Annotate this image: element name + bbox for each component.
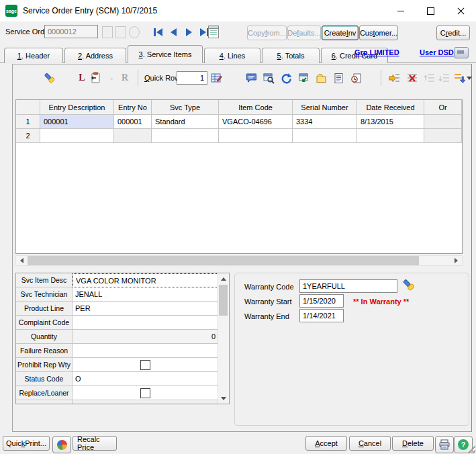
warranty-start-input[interactable]	[299, 294, 344, 308]
insert-row-icon[interactable]	[387, 71, 402, 85]
tab-lines[interactable]: 4. Lines	[204, 48, 260, 63]
grid-edit-icon[interactable]	[209, 71, 224, 85]
recalc-price-button[interactable]: Recalc Price	[73, 436, 117, 451]
tab-service-items[interactable]: 3. Service Items	[128, 45, 203, 63]
tab-header[interactable]: 1. Header	[4, 48, 63, 63]
close-button[interactable]	[446, 0, 476, 21]
copy-from-button: Copy from...	[247, 26, 287, 40]
complaint-code-value[interactable]	[73, 316, 218, 330]
cell-date-received[interactable]: 8/13/2015	[357, 115, 424, 129]
row-number: 1	[16, 115, 40, 129]
quantity-label: Quantity	[16, 330, 73, 344]
scroll-left-arrow[interactable]	[16, 256, 28, 265]
status-code-label: Status Code	[16, 372, 73, 386]
grid-horizontal-scrollbar[interactable]	[15, 255, 463, 266]
complaint-code-label: Complaint Code	[16, 316, 73, 330]
cell-entry-description[interactable]: 000001	[40, 115, 114, 129]
maximize-button[interactable]	[416, 0, 446, 21]
cell-or	[424, 115, 462, 129]
home-folder-icon[interactable]	[314, 71, 328, 85]
paste-clipboard-icon[interactable]	[88, 71, 103, 85]
grid-row-2[interactable]: 2	[16, 129, 462, 143]
list-item: Prohibit Rep Wty	[16, 358, 229, 372]
grid-header-row: Entry Description Entry No Svc Type Item…	[16, 100, 462, 115]
credit-button[interactable]: Credit...	[436, 26, 470, 40]
warranty-end-input[interactable]	[299, 309, 344, 322]
service-order-input[interactable]	[44, 25, 98, 38]
previous-record-button[interactable]	[166, 26, 180, 39]
failure-reason-value[interactable]	[73, 344, 218, 358]
svc-item-desc-value[interactable]: VGA COLOR MONITOR	[73, 273, 218, 287]
comment-icon[interactable]	[244, 71, 258, 85]
svc-item-desc-label: Svc Item Desc	[16, 273, 73, 287]
print-button[interactable]	[435, 436, 454, 453]
quantity-value[interactable]: 0	[73, 330, 218, 344]
cell-entry-description[interactable]	[40, 129, 114, 143]
user-link[interactable]: User DSD	[420, 48, 454, 56]
first-record-button[interactable]	[151, 26, 164, 39]
cell-serial-number[interactable]: 3334	[293, 115, 357, 129]
cell-item-code[interactable]	[219, 129, 293, 143]
scrollbar-thumb[interactable]	[219, 285, 228, 316]
delete-button[interactable]: Delete	[392, 436, 434, 451]
prohibit-rep-wty-checkbox[interactable]	[140, 360, 150, 370]
cell-serial-number[interactable]	[293, 129, 357, 143]
maximize-icon	[427, 7, 434, 15]
service-order-entry-window: sage Service Order Entry (SCM) 10/7/2015…	[0, 0, 476, 454]
replace-loaner-checkbox[interactable]	[140, 388, 150, 398]
status-code-value[interactable]: O	[73, 372, 218, 386]
warranty-start-label: Warranty Start	[244, 298, 292, 306]
cell-date-received[interactable]	[357, 129, 424, 143]
svc-technician-value[interactable]: JENALL	[73, 287, 218, 302]
in-warranty-status: ** In Warranty **	[353, 298, 409, 306]
zoom-window-icon[interactable]	[261, 71, 276, 85]
cell-entry-no[interactable]: 000001	[114, 115, 152, 129]
next-record-button[interactable]	[182, 26, 195, 39]
group-link[interactable]: Grp LIMITED	[354, 48, 399, 56]
cell-svc-type[interactable]: Standard	[152, 115, 219, 129]
reset-rows-icon[interactable]	[452, 71, 467, 85]
quick-row-input[interactable]	[177, 71, 207, 85]
text-memo-icon[interactable]	[331, 71, 346, 85]
left-justify-button[interactable]: L	[75, 71, 89, 85]
delete-row-icon[interactable]	[405, 71, 420, 85]
col-svc-type: Svc Type	[152, 100, 219, 115]
quick-print-button[interactable]: Quick Print...	[3, 436, 50, 451]
cancel-button[interactable]: Cancel	[349, 436, 391, 451]
help-icon: ?	[458, 439, 469, 450]
next-record-icon	[186, 28, 192, 36]
warranty-code-input[interactable]	[299, 279, 397, 293]
scroll-down-arrow[interactable]	[218, 393, 229, 404]
pie-colors-button[interactable]	[52, 436, 71, 453]
detail-vertical-scrollbar[interactable]	[218, 273, 229, 404]
accept-button[interactable]: Accept	[305, 436, 347, 451]
tab-totals[interactable]: 5. Totals	[262, 48, 320, 63]
customer-button[interactable]: Customer...	[359, 26, 398, 40]
minimize-button[interactable]	[385, 0, 416, 21]
tab-address[interactable]: 2. Address	[64, 48, 126, 63]
create-inv-button[interactable]: Create Inv	[322, 26, 359, 40]
help-button[interactable]: ?	[454, 436, 473, 453]
lookup-flashlight-icon[interactable]	[42, 71, 57, 85]
scrollbar-thumb[interactable]	[28, 256, 419, 265]
cell-svc-type[interactable]	[152, 129, 219, 143]
history-clock-icon[interactable]	[348, 71, 363, 85]
service-items-grid[interactable]: Entry Description Entry No Svc Type Item…	[15, 99, 463, 254]
secondary-grid[interactable]: Svc Item Desc VGA COLOR MONITOR Svc Tech…	[15, 273, 230, 404]
list-row-partial	[16, 400, 229, 404]
memo-notepad-icon[interactable]	[208, 26, 219, 38]
col-entry-no: Entry No	[114, 100, 152, 115]
top-toolbar: Service Order Copy from... Defaults... C…	[0, 21, 476, 43]
scroll-right-arrow[interactable]	[450, 256, 462, 265]
export-window-icon[interactable]	[296, 71, 311, 85]
warranty-lookup-flashlight-icon[interactable]	[401, 277, 416, 293]
product-line-value[interactable]: PER	[73, 302, 218, 316]
refresh-icon[interactable]	[279, 71, 293, 85]
failure-reason-label: Failure Reason	[16, 344, 73, 358]
workstation-icon	[454, 47, 469, 58]
scroll-up-arrow[interactable]	[218, 273, 229, 284]
reset-rows-dropdown[interactable]	[465, 71, 473, 85]
window-title: Service Order Entry (SCM) 10/7/2015	[23, 6, 157, 15]
grid-row-1[interactable]: 1 000001 000001 Standard VGACO-04696 333…	[16, 115, 462, 129]
cell-item-code[interactable]: VGACO-04696	[219, 115, 293, 129]
